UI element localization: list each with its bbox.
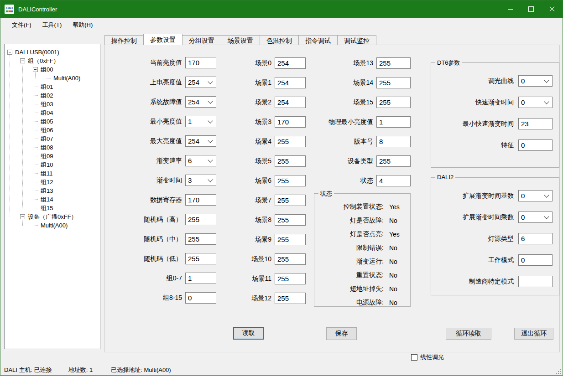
tree-item[interactable]: 设备（广播0xFF） bbox=[5, 212, 100, 221]
maximize-button[interactable] bbox=[521, 0, 542, 18]
tab-7[interactable]: 调试监控 bbox=[338, 35, 376, 45]
save-button[interactable]: 保存 bbox=[326, 327, 357, 340]
field-input[interactable] bbox=[518, 233, 553, 244]
tree-item[interactable]: 组09 bbox=[5, 152, 100, 160]
tree-item-label: 设备（广播0xFF） bbox=[28, 213, 77, 221]
tree-expand-icon[interactable] bbox=[7, 50, 12, 55]
checkbox-box-icon[interactable] bbox=[411, 354, 417, 361]
field-combobox[interactable]: 254 bbox=[185, 96, 216, 108]
tree-item[interactable]: 组06 bbox=[5, 126, 100, 134]
field-row: 场景11 bbox=[235, 269, 306, 289]
tree-item[interactable]: 组（0xFF） bbox=[5, 57, 100, 65]
status-row-label: 重置状态: bbox=[314, 271, 384, 279]
menu-item[interactable]: 工具(T) bbox=[37, 18, 68, 32]
resize-grip[interactable] bbox=[555, 368, 561, 374]
tree-item[interactable]: 组02 bbox=[5, 91, 100, 100]
field-label: 制造商特定模式 bbox=[436, 278, 514, 286]
field-input[interactable] bbox=[185, 214, 216, 225]
read-button[interactable]: 读取 bbox=[233, 327, 264, 340]
tree-item[interactable]: Multi(A00) bbox=[5, 221, 100, 230]
linear-dimming-checkbox[interactable]: 线性调光 bbox=[411, 353, 444, 361]
field-input[interactable] bbox=[275, 234, 306, 245]
field-input[interactable] bbox=[185, 292, 216, 304]
tree-item[interactable]: 组07 bbox=[5, 134, 100, 143]
tree-item-label: 组12 bbox=[41, 178, 53, 186]
field-input[interactable] bbox=[275, 57, 306, 69]
field-input[interactable] bbox=[518, 276, 553, 287]
field-combobox[interactable]: 254 bbox=[185, 77, 216, 88]
field-input[interactable] bbox=[275, 253, 306, 265]
field-input[interactable] bbox=[185, 273, 216, 284]
field-input[interactable] bbox=[275, 273, 306, 284]
tree-item[interactable]: 组10 bbox=[5, 160, 100, 169]
tab-6[interactable]: 指令调试 bbox=[299, 35, 338, 45]
field-input[interactable] bbox=[275, 293, 306, 304]
field-combobox[interactable]: 0 bbox=[518, 97, 553, 108]
tree-item[interactable]: 组05 bbox=[5, 117, 100, 126]
tree-connector bbox=[33, 87, 38, 87]
menu-item[interactable]: 帮助(H) bbox=[67, 18, 98, 32]
field-input[interactable] bbox=[376, 97, 411, 108]
loop-read-button[interactable]: 循环读取 bbox=[446, 328, 491, 340]
field-input[interactable] bbox=[518, 118, 553, 129]
tree-expand-icon[interactable] bbox=[20, 214, 25, 219]
field-input[interactable] bbox=[376, 155, 411, 167]
tree-item[interactable]: 组12 bbox=[5, 178, 100, 186]
field-input[interactable] bbox=[275, 214, 306, 226]
tree-item[interactable]: 组00 bbox=[5, 65, 100, 74]
tab-3[interactable]: 分组设置 bbox=[182, 35, 221, 45]
tree-item[interactable]: 组14 bbox=[5, 195, 100, 204]
field-combobox[interactable]: 0 bbox=[518, 75, 553, 87]
field-input[interactable] bbox=[376, 57, 411, 69]
tree-expand-icon[interactable] bbox=[20, 58, 25, 63]
field-input[interactable] bbox=[185, 194, 216, 206]
tree-item[interactable]: 组01 bbox=[5, 83, 100, 91]
tab-4[interactable]: 场景设置 bbox=[221, 35, 260, 45]
status-selected-address: 已选择地址: Multi(A00) bbox=[111, 366, 171, 374]
tree-item[interactable]: 组15 bbox=[5, 204, 100, 212]
tree-expand-icon[interactable] bbox=[33, 67, 38, 72]
tab-2[interactable]: 参数设置 bbox=[143, 34, 182, 45]
field-input[interactable] bbox=[275, 77, 306, 88]
tab-5[interactable]: 色温控制 bbox=[260, 35, 299, 45]
close-button[interactable] bbox=[542, 0, 563, 18]
tree-item[interactable]: DALI USB(0001) bbox=[5, 48, 100, 57]
field-input[interactable] bbox=[518, 254, 553, 266]
field-input[interactable] bbox=[185, 253, 216, 264]
status-address-count: 地址数: 1 bbox=[68, 366, 93, 374]
field-combobox[interactable]: 254 bbox=[185, 135, 216, 147]
field-combobox[interactable]: 6 bbox=[185, 155, 216, 166]
minimize-button[interactable] bbox=[500, 0, 521, 18]
tree-item[interactable]: 组11 bbox=[5, 169, 100, 178]
field-input[interactable] bbox=[376, 136, 411, 147]
field-input[interactable] bbox=[275, 116, 306, 128]
field-input[interactable] bbox=[518, 139, 553, 151]
field-combobox[interactable]: 0 bbox=[518, 190, 553, 201]
tree-item-label: 组02 bbox=[41, 92, 53, 100]
field-input[interactable] bbox=[275, 97, 306, 108]
field-input[interactable] bbox=[275, 175, 306, 186]
maximize-icon bbox=[528, 6, 534, 12]
tree-item[interactable]: Multi(A00) bbox=[5, 74, 100, 83]
field-row: 制造商特定模式 bbox=[436, 271, 553, 292]
field-input[interactable] bbox=[376, 77, 411, 88]
tab-1[interactable]: 操作控制 bbox=[104, 35, 144, 45]
field-input[interactable] bbox=[185, 57, 216, 68]
exit-loop-button[interactable]: 退出循环 bbox=[514, 328, 553, 340]
field-input[interactable] bbox=[376, 175, 411, 186]
field-row: 场景4 bbox=[235, 132, 306, 151]
menu-item[interactable]: 文件(F) bbox=[6, 18, 37, 32]
field-row: 扩展渐变时间乘数0 bbox=[436, 206, 553, 228]
tree-item[interactable]: 组04 bbox=[5, 108, 100, 117]
field-input[interactable] bbox=[376, 116, 411, 128]
field-input[interactable] bbox=[185, 233, 216, 245]
field-input[interactable] bbox=[275, 155, 306, 167]
field-combobox[interactable]: 1 bbox=[185, 116, 216, 127]
field-combobox[interactable]: 3 bbox=[185, 175, 216, 186]
field-combobox[interactable]: 0 bbox=[518, 211, 553, 223]
tree-item[interactable]: 组13 bbox=[5, 186, 100, 195]
tree-item[interactable]: 组08 bbox=[5, 143, 100, 152]
tree-item[interactable]: 组03 bbox=[5, 100, 100, 108]
field-input[interactable] bbox=[275, 195, 306, 206]
field-input[interactable] bbox=[275, 136, 306, 147]
